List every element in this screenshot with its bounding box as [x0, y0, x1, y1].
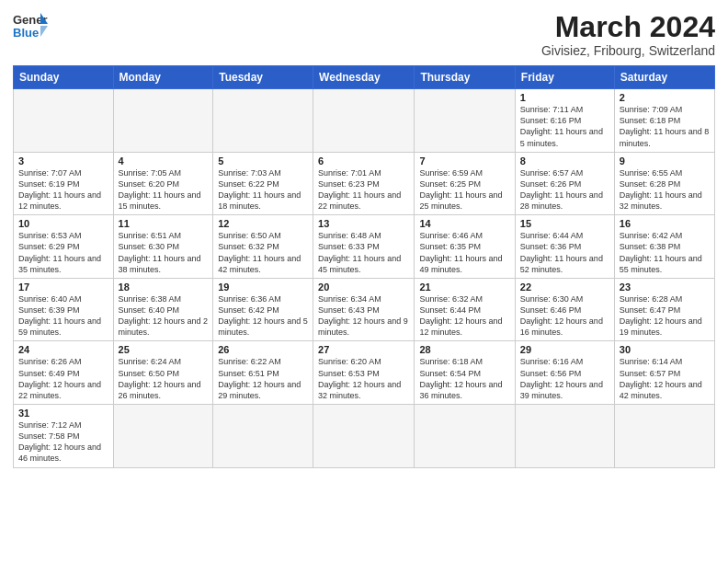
calendar-cell: 10Sunrise: 6:53 AM Sunset: 6:29 PM Dayli… — [14, 215, 114, 279]
calendar-cell: 4Sunrise: 7:05 AM Sunset: 6:20 PM Daylig… — [113, 152, 213, 215]
weekday-header-saturday: Saturday — [614, 66, 714, 89]
day-info: Sunrise: 6:20 AM Sunset: 6:53 PM Dayligh… — [318, 356, 409, 401]
calendar-cell: 25Sunrise: 6:24 AM Sunset: 6:50 PM Dayli… — [113, 341, 213, 405]
calendar-cell: 13Sunrise: 6:48 AM Sunset: 6:33 PM Dayli… — [313, 215, 415, 279]
calendar-cell: 24Sunrise: 6:26 AM Sunset: 6:49 PM Dayli… — [14, 341, 114, 405]
weekday-header-sunday: Sunday — [14, 66, 114, 89]
calendar-cell — [614, 405, 714, 468]
location-subtitle: Givisiez, Fribourg, Switzerland — [541, 43, 715, 58]
calendar-week-row: 1Sunrise: 7:11 AM Sunset: 6:16 PM Daylig… — [14, 89, 715, 153]
calendar-cell: 8Sunrise: 6:57 AM Sunset: 6:26 PM Daylig… — [515, 152, 614, 215]
svg-text:Blue: Blue — [13, 26, 39, 39]
generalblue-logo-icon: General Blue — [13, 11, 48, 39]
day-info: Sunrise: 6:51 AM Sunset: 6:30 PM Dayligh… — [119, 230, 209, 275]
day-number: 19 — [218, 282, 308, 293]
day-number: 26 — [218, 344, 308, 355]
day-info: Sunrise: 6:26 AM Sunset: 6:49 PM Dayligh… — [18, 356, 108, 401]
calendar-cell — [14, 89, 114, 153]
day-number: 24 — [18, 344, 108, 355]
calendar-cell — [313, 89, 415, 153]
day-number: 7 — [419, 155, 509, 167]
calendar-cell: 26Sunrise: 6:22 AM Sunset: 6:51 PM Dayli… — [213, 341, 313, 405]
day-info: Sunrise: 6:18 AM Sunset: 6:54 PM Dayligh… — [419, 356, 509, 401]
day-number: 15 — [520, 218, 609, 229]
day-info: Sunrise: 6:38 AM Sunset: 6:40 PM Dayligh… — [119, 293, 209, 339]
calendar-cell: 1Sunrise: 7:11 AM Sunset: 6:16 PM Daylig… — [515, 89, 614, 153]
day-number: 8 — [520, 155, 609, 167]
calendar-cell — [213, 89, 313, 153]
calendar-cell — [113, 405, 213, 468]
calendar-cell: 7Sunrise: 6:59 AM Sunset: 6:25 PM Daylig… — [415, 152, 515, 215]
day-info: Sunrise: 7:09 AM Sunset: 6:18 PM Dayligh… — [620, 104, 710, 149]
calendar-week-row: 10Sunrise: 6:53 AM Sunset: 6:29 PM Dayli… — [14, 215, 715, 279]
day-number: 22 — [520, 282, 609, 293]
day-number: 11 — [119, 218, 209, 229]
calendar-cell: 21Sunrise: 6:32 AM Sunset: 6:44 PM Dayli… — [415, 278, 515, 341]
day-number: 12 — [218, 218, 308, 229]
calendar-table: SundayMondayTuesdayWednesdayThursdayFrid… — [13, 65, 715, 467]
day-number: 16 — [620, 218, 710, 229]
calendar-cell: 18Sunrise: 6:38 AM Sunset: 6:40 PM Dayli… — [113, 278, 213, 341]
day-info: Sunrise: 6:42 AM Sunset: 6:38 PM Dayligh… — [620, 230, 710, 275]
calendar-cell: 29Sunrise: 6:16 AM Sunset: 6:56 PM Dayli… — [515, 341, 614, 405]
day-number: 25 — [119, 344, 209, 355]
header: General Blue March 2024 Givisiez, Fribou… — [13, 11, 715, 58]
day-number: 28 — [419, 344, 509, 355]
weekday-header-tuesday: Tuesday — [213, 66, 313, 89]
day-info: Sunrise: 6:30 AM Sunset: 6:46 PM Dayligh… — [520, 293, 609, 339]
day-info: Sunrise: 7:07 AM Sunset: 6:19 PM Dayligh… — [18, 167, 108, 213]
calendar-cell: 31Sunrise: 7:12 AM Sunset: 7:58 PM Dayli… — [14, 405, 114, 468]
calendar-cell: 22Sunrise: 6:30 AM Sunset: 6:46 PM Dayli… — [515, 278, 614, 341]
calendar-cell: 5Sunrise: 7:03 AM Sunset: 6:22 PM Daylig… — [213, 152, 313, 215]
calendar-cell: 12Sunrise: 6:50 AM Sunset: 6:32 PM Dayli… — [213, 215, 313, 279]
calendar-cell — [213, 405, 313, 468]
day-number: 9 — [620, 155, 710, 167]
day-number: 6 — [318, 155, 409, 167]
weekday-header-friday: Friday — [515, 66, 614, 89]
day-info: Sunrise: 6:22 AM Sunset: 6:51 PM Dayligh… — [218, 356, 308, 401]
day-info: Sunrise: 7:01 AM Sunset: 6:23 PM Dayligh… — [318, 167, 409, 213]
weekday-header-wednesday: Wednesday — [313, 66, 415, 89]
svg-marker-3 — [40, 26, 48, 37]
day-number: 1 — [520, 92, 609, 103]
calendar-cell: 6Sunrise: 7:01 AM Sunset: 6:23 PM Daylig… — [313, 152, 415, 215]
calendar-week-row: 17Sunrise: 6:40 AM Sunset: 6:39 PM Dayli… — [14, 278, 715, 341]
day-number: 17 — [18, 282, 108, 293]
day-info: Sunrise: 7:11 AM Sunset: 6:16 PM Dayligh… — [520, 104, 609, 149]
day-info: Sunrise: 6:28 AM Sunset: 6:47 PM Dayligh… — [620, 293, 710, 339]
calendar-cell: 14Sunrise: 6:46 AM Sunset: 6:35 PM Dayli… — [415, 215, 515, 279]
day-number: 27 — [318, 344, 409, 355]
weekday-header-thursday: Thursday — [415, 66, 515, 89]
day-info: Sunrise: 6:50 AM Sunset: 6:32 PM Dayligh… — [218, 230, 308, 275]
day-info: Sunrise: 6:36 AM Sunset: 6:42 PM Dayligh… — [218, 293, 308, 339]
calendar-cell: 15Sunrise: 6:44 AM Sunset: 6:36 PM Dayli… — [515, 215, 614, 279]
day-number: 21 — [419, 282, 509, 293]
day-number: 29 — [520, 344, 609, 355]
calendar-cell — [113, 89, 213, 153]
calendar-cell: 30Sunrise: 6:14 AM Sunset: 6:57 PM Dayli… — [614, 341, 714, 405]
calendar-cell: 23Sunrise: 6:28 AM Sunset: 6:47 PM Dayli… — [614, 278, 714, 341]
day-number: 23 — [620, 282, 710, 293]
calendar-cell: 28Sunrise: 6:18 AM Sunset: 6:54 PM Dayli… — [415, 341, 515, 405]
month-year-title: March 2024 — [541, 11, 715, 43]
calendar-cell — [415, 89, 515, 153]
weekday-header-monday: Monday — [113, 66, 213, 89]
day-info: Sunrise: 6:57 AM Sunset: 6:26 PM Dayligh… — [520, 167, 609, 213]
day-info: Sunrise: 6:40 AM Sunset: 6:39 PM Dayligh… — [18, 293, 108, 339]
day-info: Sunrise: 7:12 AM Sunset: 7:58 PM Dayligh… — [18, 419, 108, 465]
day-info: Sunrise: 6:44 AM Sunset: 6:36 PM Dayligh… — [520, 230, 609, 275]
calendar-cell: 27Sunrise: 6:20 AM Sunset: 6:53 PM Dayli… — [313, 341, 415, 405]
calendar-week-row: 3Sunrise: 7:07 AM Sunset: 6:19 PM Daylig… — [14, 152, 715, 215]
day-info: Sunrise: 7:05 AM Sunset: 6:20 PM Dayligh… — [119, 167, 209, 213]
calendar-cell: 17Sunrise: 6:40 AM Sunset: 6:39 PM Dayli… — [14, 278, 114, 341]
calendar-cell: 16Sunrise: 6:42 AM Sunset: 6:38 PM Dayli… — [614, 215, 714, 279]
day-number: 5 — [218, 155, 308, 167]
day-info: Sunrise: 6:59 AM Sunset: 6:25 PM Dayligh… — [419, 167, 509, 213]
day-info: Sunrise: 6:14 AM Sunset: 6:57 PM Dayligh… — [620, 356, 710, 401]
calendar-cell — [313, 405, 415, 468]
day-number: 3 — [18, 155, 108, 167]
logo: General Blue — [13, 11, 48, 39]
day-info: Sunrise: 6:53 AM Sunset: 6:29 PM Dayligh… — [18, 230, 108, 275]
day-number: 20 — [318, 282, 409, 293]
day-number: 18 — [119, 282, 209, 293]
